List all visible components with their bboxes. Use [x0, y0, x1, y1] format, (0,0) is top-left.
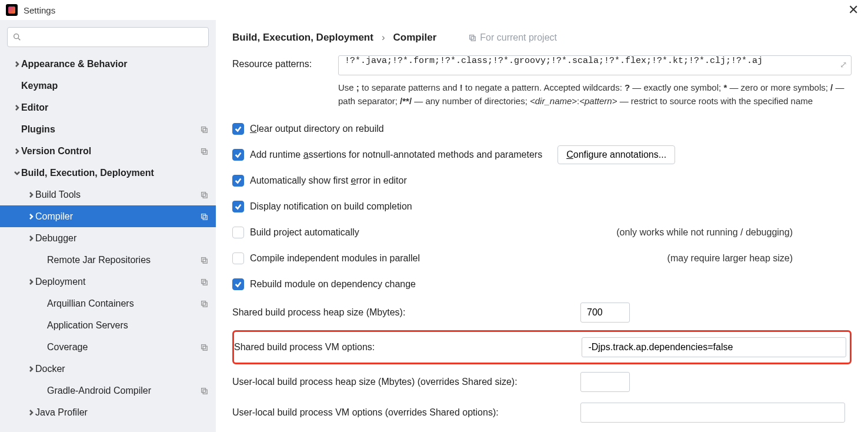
- copy-icon: [199, 299, 209, 308]
- svg-rect-3: [203, 128, 207, 132]
- svg-rect-14: [202, 301, 206, 305]
- configure-annotations-button[interactable]: Configure annotations...: [557, 145, 675, 164]
- user-heap-input[interactable]: [580, 372, 630, 392]
- svg-rect-4: [202, 148, 206, 152]
- rebuild-dependency-checkbox[interactable]: [232, 278, 244, 290]
- copy-icon: [199, 343, 209, 352]
- build-automatically-note: (only works while not running / debuggin…: [616, 227, 852, 238]
- svg-rect-5: [203, 150, 207, 154]
- copy-icon: [199, 212, 209, 221]
- user-vm-label: User-local build process VM options (ove…: [232, 407, 573, 418]
- user-vm-input[interactable]: [580, 403, 845, 423]
- expand-icon[interactable]: ⤢: [840, 59, 847, 71]
- sidebar-item-coverage[interactable]: Coverage: [0, 336, 216, 358]
- svg-rect-20: [470, 35, 474, 39]
- project-scope-hint: For current project: [468, 32, 557, 43]
- svg-rect-7: [203, 194, 207, 198]
- sidebar-item-version-control[interactable]: Version Control: [0, 140, 216, 162]
- svg-rect-16: [202, 344, 206, 348]
- sidebar-item-remote-jars[interactable]: Remote Jar Repositories: [0, 249, 216, 271]
- breadcrumb-parent[interactable]: Build, Execution, Deployment: [232, 32, 373, 44]
- svg-rect-8: [202, 214, 206, 218]
- sidebar-item-arquillian[interactable]: Arquillian Containers: [0, 293, 216, 314]
- compile-parallel-label: Compile independent modules in parallel: [250, 253, 420, 264]
- sidebar-item-compiler[interactable]: Compiler: [0, 205, 216, 227]
- chevron-right-icon: ›: [382, 32, 385, 44]
- copy-icon: [199, 147, 209, 156]
- window-title: Settings: [24, 5, 844, 15]
- search-icon: [12, 32, 22, 42]
- svg-line-1: [18, 38, 20, 40]
- sidebar-item-appservers[interactable]: Application Servers: [0, 314, 216, 336]
- show-first-error-label: Automatically show first error in editor: [250, 175, 407, 186]
- search-input[interactable]: [7, 27, 209, 47]
- svg-rect-10: [202, 257, 206, 261]
- copy-icon: [468, 34, 476, 42]
- sidebar-item-gradle-android[interactable]: Gradle-Android Compiler: [0, 380, 216, 401]
- resource-patterns-help: Use ; to separate patterns and ! to nega…: [338, 81, 852, 108]
- svg-rect-21: [472, 36, 476, 41]
- compile-parallel-checkbox[interactable]: [232, 252, 244, 264]
- breadcrumb-current: Compiler: [393, 32, 437, 44]
- svg-rect-15: [203, 303, 207, 307]
- svg-rect-19: [203, 390, 207, 394]
- resource-patterns-input[interactable]: !?*.java;!?*.form;!?*.class;!?*.groovy;!…: [338, 55, 852, 75]
- shared-vm-label: Shared build process VM options:: [234, 342, 575, 353]
- breadcrumb: Build, Execution, Deployment › Compiler …: [232, 32, 852, 44]
- shared-vm-input[interactable]: [582, 337, 846, 357]
- svg-rect-18: [202, 388, 206, 392]
- app-logo-icon: [6, 4, 18, 16]
- sidebar-item-appearance[interactable]: Appearance & Behavior: [0, 53, 216, 75]
- svg-rect-13: [203, 281, 207, 285]
- clear-output-checkbox[interactable]: [232, 123, 244, 135]
- sidebar-item-keymap[interactable]: Keymap: [0, 75, 216, 97]
- runtime-assertions-checkbox[interactable]: [232, 149, 244, 161]
- compile-parallel-note: (may require larger heap size): [667, 253, 852, 264]
- sidebar-item-build-tools[interactable]: Build Tools: [0, 184, 216, 205]
- search-field[interactable]: [25, 32, 203, 42]
- show-first-error-checkbox[interactable]: [232, 175, 244, 187]
- resource-patterns-label: Resource patterns:: [232, 55, 338, 69]
- shared-heap-label: Shared build process heap size (Mbytes):: [232, 307, 573, 318]
- svg-rect-11: [203, 259, 207, 263]
- copy-icon: [199, 386, 209, 396]
- sidebar-item-deployment[interactable]: Deployment: [0, 271, 216, 293]
- svg-rect-12: [202, 279, 206, 283]
- copy-icon: [199, 190, 209, 200]
- display-notification-label: Display notification on build completion: [250, 201, 412, 212]
- runtime-assertions-label: Add runtime assertions for notnull-annot…: [250, 149, 542, 160]
- sidebar-item-docker[interactable]: Docker: [0, 358, 216, 380]
- sidebar-item-editor[interactable]: Editor: [0, 97, 216, 118]
- svg-rect-2: [202, 127, 206, 131]
- svg-rect-17: [203, 346, 207, 350]
- user-heap-label: User-local build process heap size (Mbyt…: [232, 377, 573, 387]
- svg-rect-9: [203, 215, 207, 220]
- sidebar-item-plugins[interactable]: Plugins: [0, 118, 216, 140]
- display-notification-checkbox[interactable]: [232, 201, 244, 212]
- sidebar-item-debugger[interactable]: Debugger: [0, 227, 216, 249]
- rebuild-dependency-label: Rebuild module on dependency change: [250, 279, 416, 290]
- sidebar-item-build[interactable]: Build, Execution, Deployment: [0, 162, 216, 184]
- highlighted-row: Shared build process VM options:: [232, 330, 852, 364]
- copy-icon: [199, 255, 209, 265]
- svg-rect-6: [202, 192, 206, 196]
- build-automatically-label: Build project automatically: [250, 227, 359, 238]
- sidebar-item-java-profiler[interactable]: Java Profiler: [0, 401, 216, 423]
- svg-point-0: [14, 34, 19, 39]
- copy-icon: [199, 277, 209, 287]
- build-automatically-checkbox[interactable]: [232, 227, 244, 238]
- clear-output-label: Clear output directory on rebuild: [250, 124, 384, 134]
- shared-heap-input[interactable]: [580, 303, 630, 323]
- close-icon[interactable]: ✕: [844, 4, 862, 16]
- copy-icon: [199, 125, 209, 134]
